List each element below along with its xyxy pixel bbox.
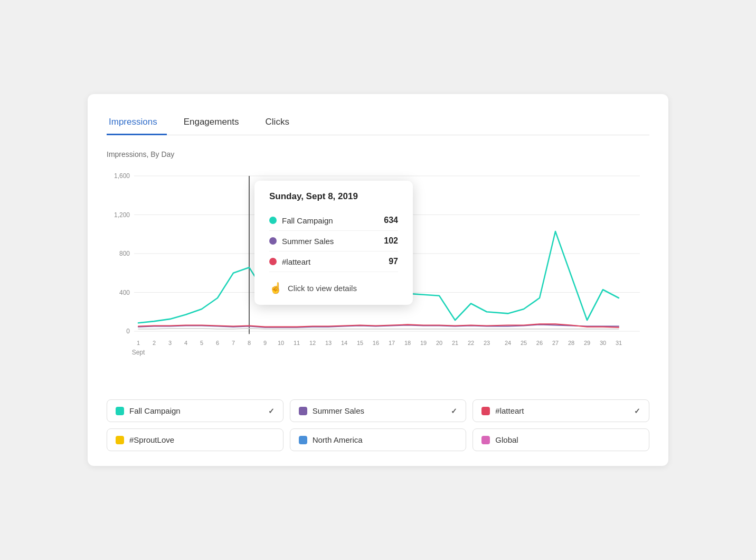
legend-label-northamerica: North America [313,435,363,444]
svg-text:30: 30 [600,340,606,346]
svg-text:1,200: 1,200 [114,211,130,218]
svg-text:1: 1 [137,340,140,346]
legend-item-latte[interactable]: #latteart ✓ [472,399,649,422]
svg-text:27: 27 [552,340,559,346]
svg-text:400: 400 [119,288,130,296]
legend-color-summer [299,407,307,415]
svg-text:16: 16 [373,340,379,346]
svg-text:21: 21 [452,340,458,346]
tab-bar: Impressions Engagements Clicks [107,111,649,135]
svg-text:5: 5 [200,340,203,346]
tooltip-date: Sunday, Sept 8, 2019 [269,191,398,202]
tooltip-row-latte: #latteart 97 [269,251,398,272]
tooltip-row-summer: Summer Sales 102 [269,231,398,251]
svg-text:6: 6 [216,340,219,346]
tooltip-action[interactable]: ☝ Click to view details [269,279,398,294]
svg-text:28: 28 [568,340,574,346]
legend-item-northamerica[interactable]: North America [290,428,467,451]
legend-label-fall: Fall Campaign [129,406,181,415]
svg-text:4: 4 [184,340,187,346]
checkmark-fall: ✓ [268,407,275,415]
legend-label-latte: #latteart [495,406,524,415]
svg-text:31: 31 [616,340,622,346]
svg-text:0: 0 [126,328,130,335]
svg-text:11: 11 [294,340,300,346]
tooltip-dot-latte [269,258,277,265]
tooltip-label-latte: #latteart [282,257,310,266]
tooltip-value-fall: 634 [384,216,398,225]
svg-text:8: 8 [248,340,251,346]
checkmark-summer: ✓ [451,407,457,415]
svg-text:12: 12 [309,340,316,346]
svg-text:7: 7 [232,340,235,346]
analytics-card: Impressions Engagements Clicks Impressio… [88,94,668,466]
svg-text:800: 800 [119,250,130,257]
chart-title: Impressions, By Day [107,150,649,158]
legend-color-northamerica [299,436,307,444]
svg-text:3: 3 [168,340,172,346]
svg-text:20: 20 [436,340,442,346]
svg-text:Sept: Sept [132,349,145,356]
svg-text:23: 23 [484,340,490,346]
tooltip-value-latte: 97 [389,257,398,266]
svg-text:15: 15 [357,340,363,346]
legend-item-summer[interactable]: Summer Sales ✓ [290,399,467,422]
tooltip-row-fall: Fall Campaign 634 [269,210,398,231]
legend-color-global [481,436,490,444]
svg-text:1,600: 1,600 [114,172,130,180]
tooltip-label-summer: Summer Sales [282,237,334,246]
chart-tooltip: Sunday, Sept 8, 2019 Fall Campaign 634 S… [254,181,413,305]
tab-engagements[interactable]: Engagements [182,111,249,135]
svg-text:24: 24 [505,340,511,346]
svg-text:17: 17 [389,340,395,346]
tooltip-action-label: Click to view details [288,284,357,293]
svg-text:13: 13 [325,340,332,346]
legend-color-sprout [116,436,124,444]
svg-text:19: 19 [420,340,427,346]
svg-text:14: 14 [341,340,347,346]
tooltip-value-summer: 102 [384,236,398,246]
legend-label-sprout: #SproutLove [129,435,174,444]
legend-item-sprout[interactable]: #SproutLove [107,428,284,451]
svg-text:2: 2 [153,340,156,346]
svg-text:25: 25 [521,340,527,346]
tab-clicks[interactable]: Clicks [263,111,299,135]
legend: Fall Campaign ✓ Summer Sales ✓ #latteart… [107,399,649,451]
tooltip-dot-fall [269,217,277,224]
tooltip-label-fall: Fall Campaign [282,216,333,225]
legend-item-global[interactable]: Global [472,428,649,451]
tooltip-dot-summer [269,237,277,245]
svg-text:26: 26 [536,340,543,346]
checkmark-latte: ✓ [634,407,640,415]
legend-color-fall [116,407,124,415]
svg-text:9: 9 [263,340,267,346]
svg-text:18: 18 [404,340,411,346]
svg-text:10: 10 [278,340,284,346]
chart-area: 1,600 1,200 800 400 0 1 2 3 4 5 6 7 8 9 … [107,165,649,387]
click-icon: ☝ [269,282,282,294]
legend-label-summer: Summer Sales [313,406,364,415]
svg-text:22: 22 [468,340,474,346]
legend-color-latte [481,407,490,415]
svg-text:29: 29 [584,340,590,346]
tab-impressions[interactable]: Impressions [107,111,167,135]
legend-label-global: Global [495,435,518,444]
legend-item-fall[interactable]: Fall Campaign ✓ [107,399,284,422]
